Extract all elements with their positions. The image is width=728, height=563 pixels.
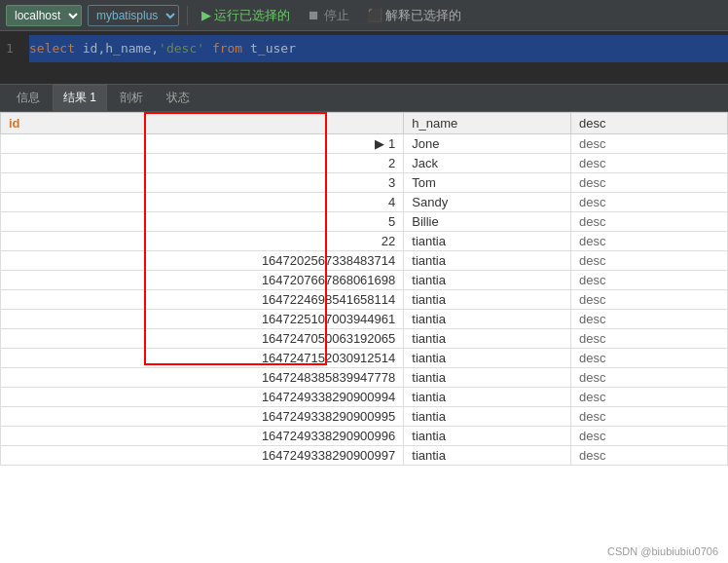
divider [187, 6, 188, 25]
explain-label: 解释已选择的 [385, 8, 461, 22]
stop-icon: ⏹ [308, 8, 320, 22]
table-row: 5Billiedesc [1, 212, 728, 232]
col-header-hname: h_name [404, 113, 571, 134]
host-select[interactable]: localhost [6, 5, 82, 26]
col-header-id: id [1, 113, 404, 134]
bottom-panel: 信息 结果 1 剖析 状态 id h_name desc ▶ 1Jonedesc… [0, 85, 728, 563]
table-row: 1647247050063192065tiantiadesc [1, 329, 728, 349]
cell-id: 1647249338290900997 [1, 446, 404, 466]
table-row: 1647247152030912514tiantiadesc [1, 349, 728, 368]
table-row: 1647207667868061698tiantiadesc [1, 271, 728, 290]
cell-desc: desc [570, 407, 727, 427]
cell-id: 1647224698541658114 [1, 290, 404, 310]
cell-id: 2 [1, 154, 404, 173]
cell-desc: desc [570, 446, 727, 466]
cell-hname: tiantia [404, 329, 571, 349]
table-header-row: id h_name desc [1, 113, 728, 134]
cell-hname: Billie [404, 212, 571, 232]
cell-id: 5 [1, 212, 404, 232]
run-button[interactable]: ▶ 运行已选择的 [196, 5, 296, 26]
cell-id: 1647247050063192065 [1, 329, 404, 349]
cell-hname: Jack [404, 154, 571, 173]
cell-id: 3 [1, 173, 404, 193]
cell-desc: desc [570, 134, 727, 154]
cell-desc: desc [570, 271, 727, 290]
cell-id: 1647207667868061698 [1, 271, 404, 290]
table-row: 1647248385839947778tiantiadesc [1, 368, 728, 388]
sql-editor[interactable]: 1 select id,h_name,'desc' from t_user [0, 31, 728, 85]
row-pointer-icon: ▶ [375, 136, 388, 151]
cell-hname: tiantia [404, 310, 571, 329]
tab-status[interactable]: 状态 [156, 85, 200, 111]
tab-info[interactable]: 信息 [6, 85, 51, 111]
cell-id: 1647247152030912514 [1, 349, 404, 368]
stop-label: 停止 [324, 8, 349, 22]
cell-id: 1647202567338483714 [1, 251, 404, 271]
cell-desc: desc [570, 388, 727, 407]
cell-id: 22 [1, 232, 404, 251]
cell-hname: tiantia [404, 271, 571, 290]
cell-desc: desc [570, 212, 727, 232]
tab-result[interactable]: 结果 1 [53, 85, 107, 111]
toolbar: localhost mybatisplus ▶ 运行已选择的 ⏹ 停止 ⬛ 解释… [0, 0, 728, 31]
table-row: 3Tomdesc [1, 173, 728, 193]
cell-hname: tiantia [404, 427, 571, 446]
result-container[interactable]: id h_name desc ▶ 1Jonedesc2Jackdesc3Tomd… [0, 112, 728, 563]
cell-hname: tiantia [404, 290, 571, 310]
cell-desc: desc [570, 329, 727, 349]
cell-desc: desc [570, 251, 727, 271]
run-icon: ▶ [201, 8, 211, 22]
table-row: 1647225107003944961tiantiadesc [1, 310, 728, 329]
cell-id: ▶ 1 [1, 134, 404, 154]
cell-desc: desc [570, 154, 727, 173]
table-row: 2Jackdesc [1, 154, 728, 173]
table-row: 1647249338290900995tiantiadesc [1, 407, 728, 427]
cell-hname: tiantia [404, 349, 571, 368]
explain-button[interactable]: ⬛ 解释已选择的 [361, 5, 468, 26]
result-tabs: 信息 结果 1 剖析 状态 [0, 85, 728, 112]
cell-hname: tiantia [404, 368, 571, 388]
sql-line[interactable]: select id,h_name,'desc' from t_user [29, 35, 728, 62]
cell-id: 1647249338290900994 [1, 388, 404, 407]
table-row: 22tiantiadesc [1, 232, 728, 251]
table-row: 4Sandydesc [1, 193, 728, 212]
tab-profile[interactable]: 剖析 [109, 85, 154, 111]
cell-hname: Sandy [404, 193, 571, 212]
watermark: CSDN @biubiubiu0706 [607, 545, 718, 557]
table-row: 1647249338290900994tiantiadesc [1, 388, 728, 407]
cell-hname: Tom [404, 173, 571, 193]
cell-desc: desc [570, 310, 727, 329]
table-row: ▶ 1Jonedesc [1, 134, 728, 154]
cell-desc: desc [570, 290, 727, 310]
database-select[interactable]: mybatisplus [88, 5, 179, 26]
table-row: 1647224698541658114tiantiadesc [1, 290, 728, 310]
table-row: 1647249338290900997tiantiadesc [1, 446, 728, 466]
cell-id: 1647249338290900995 [1, 407, 404, 427]
run-label: 运行已选择的 [214, 7, 290, 24]
cell-hname: tiantia [404, 407, 571, 427]
cell-hname: tiantia [404, 251, 571, 271]
table-row: 1647202567338483714tiantiadesc [1, 251, 728, 271]
table-row: 1647249338290900996tiantiadesc [1, 427, 728, 446]
cell-desc: desc [570, 173, 727, 193]
cell-hname: tiantia [404, 232, 571, 251]
stop-button[interactable]: ⏹ 停止 [302, 5, 355, 26]
cell-desc: desc [570, 427, 727, 446]
cell-hname: tiantia [404, 446, 571, 466]
cell-id: 4 [1, 193, 404, 212]
cell-id: 1647248385839947778 [1, 368, 404, 388]
cell-desc: desc [570, 349, 727, 368]
result-table: id h_name desc ▶ 1Jonedesc2Jackdesc3Tomd… [0, 112, 728, 466]
cell-desc: desc [570, 232, 727, 251]
cell-id: 1647249338290900996 [1, 427, 404, 446]
cell-hname: Jone [404, 134, 571, 154]
cell-desc: desc [570, 193, 727, 212]
line-number: 1 [0, 35, 21, 62]
cell-id: 1647225107003944961 [1, 310, 404, 329]
cell-hname: tiantia [404, 388, 571, 407]
cell-desc: desc [570, 368, 727, 388]
col-header-desc: desc [570, 113, 727, 134]
explain-icon: ⬛ [367, 8, 382, 22]
